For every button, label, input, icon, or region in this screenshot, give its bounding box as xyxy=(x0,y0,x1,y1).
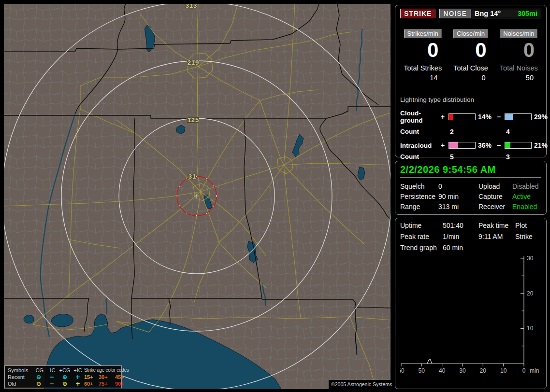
noises-per-min-value: 0 xyxy=(496,39,541,61)
strikes-per-min-chip: Strikes/min xyxy=(404,29,442,38)
persistence-label: Persistence xyxy=(400,193,438,200)
ic-positive-count: 5 xyxy=(449,153,476,161)
legend-header-neg-cg: -CG xyxy=(32,367,45,374)
range-ring-label: 219 xyxy=(188,59,200,66)
noises-column: Noises/min 0 Total Noises 50 xyxy=(496,29,541,82)
close-column: Close/min 0 Total Close 0 xyxy=(448,29,493,82)
squelch-label: Squelch xyxy=(400,182,438,190)
pos-ic-recent-icon: + xyxy=(72,374,84,380)
cloud-ground-label: Cloud-ground xyxy=(400,110,441,124)
noises-per-min-chip: Noises/min xyxy=(500,29,537,38)
x-tick-label: 30 xyxy=(459,367,466,374)
legend-header-symbols: Symbols xyxy=(8,367,32,374)
cloud-ground-row: Cloud-ground + 14% − 29% xyxy=(400,110,541,124)
total-close-label: Total Close xyxy=(448,64,493,72)
plus-sign: + xyxy=(441,113,449,121)
neg-cg-old-icon: ⊖ xyxy=(32,380,45,387)
ic-negative-count: 3 xyxy=(505,153,532,161)
upload-status: Disabled xyxy=(512,182,541,190)
lightning-map[interactable]: 313 219 125 31 Symbols -CG -IC +CG +IC S… xyxy=(4,4,391,389)
age-badge: 45+ xyxy=(115,374,130,380)
legend-header-pos-ic: +IC xyxy=(72,367,84,374)
distribution-title: Lightning type distribution xyxy=(400,96,541,105)
legend-header-row: Symbols -CG -IC +CG +IC Strike age color… xyxy=(8,367,121,374)
receiver-status: Enabled xyxy=(512,203,541,210)
legend-row-label: Old xyxy=(8,380,32,387)
ic-negative-pct: 21% xyxy=(532,141,550,149)
capture-status: Active xyxy=(512,193,541,200)
x-tick-label: 40 xyxy=(439,367,446,374)
close-per-min-value: 0 xyxy=(448,39,493,61)
age-badge: 15+ xyxy=(84,374,99,380)
minus-sign: − xyxy=(497,141,505,149)
range-ring-label: 125 xyxy=(188,116,200,124)
ic-negative-bar xyxy=(505,142,532,149)
strike-lamp-button[interactable]: STRIKE xyxy=(400,9,435,18)
cg-negative-bar xyxy=(505,113,532,120)
date-time-display: 2/2/2026 9:54:56 AM xyxy=(400,164,541,178)
pos-cg-old-icon: ⊕ xyxy=(58,380,72,387)
total-noises-label: Total Noises xyxy=(496,64,541,72)
map-canvas[interactable]: 313 219 125 31 xyxy=(4,4,391,389)
bearing-distance: 305mi xyxy=(518,10,537,17)
uptime-label: Uptime xyxy=(400,222,443,229)
status-panel: 2/2/2026 9:54:56 AM Squelch 0 Upload Dis… xyxy=(395,161,547,215)
trend-axes xyxy=(401,256,524,364)
x-tick-label: 10 xyxy=(500,367,507,374)
y-tick-label: 10 xyxy=(527,325,534,332)
noise-lamp-button[interactable]: NOISE xyxy=(439,9,471,18)
squelch-value: 0 xyxy=(438,182,478,190)
count-label: Count xyxy=(400,128,441,136)
pos-cg-recent-icon: ⊕ xyxy=(58,374,72,380)
ic-positive-bar xyxy=(449,142,476,149)
y-tick-label: 20 xyxy=(527,290,534,297)
y-tick-label: 30 xyxy=(527,255,534,262)
neg-ic-recent-icon: − xyxy=(45,374,58,380)
trend-graph: 60 50 40 30 20 10 0 min 10 20 30 xyxy=(400,252,541,382)
copyright-label: ©2005 Astrogenic Systems xyxy=(329,380,391,389)
strike-stats-panel: STRIKE NOISE Bng 14° 305mi Strikes/min 0… xyxy=(395,5,547,157)
neg-cg-recent-icon: ⊖ xyxy=(32,374,45,380)
range-label: Range xyxy=(400,203,438,210)
plot-mode-value: Strike xyxy=(515,233,541,240)
bearing-readout: Bng 14° 305mi xyxy=(471,9,541,18)
cg-negative-count: 4 xyxy=(505,128,532,136)
pos-ic-old-icon: + xyxy=(72,380,84,387)
cg-negative-pct: 29% xyxy=(532,113,550,121)
peak-time-value: 9:11 AM xyxy=(478,233,515,240)
peak-time-label: Peak time xyxy=(478,222,515,229)
x-tick-label: 60 xyxy=(400,367,405,374)
range-ring-label: 313 xyxy=(186,4,198,9)
cg-positive-pct: 14% xyxy=(476,113,497,121)
peak-rate-label: Peak rate xyxy=(400,233,443,240)
persistence-value: 90 min xyxy=(438,193,478,200)
cg-positive-bar xyxy=(449,113,476,120)
plus-sign: + xyxy=(441,141,449,149)
cg-positive-count: 2 xyxy=(449,128,476,136)
legend-header-age-codes: Strike age color codes xyxy=(84,367,130,374)
ic-positive-pct: 36% xyxy=(476,141,497,149)
neg-ic-old-icon: − xyxy=(45,380,58,387)
total-strikes-value: 14 xyxy=(400,74,445,82)
bearing-label: Bng 14° xyxy=(475,10,501,17)
trend-strike-trace xyxy=(427,359,432,364)
range-ring-label: 31 xyxy=(188,173,196,180)
peak-rate-value: 1/min xyxy=(443,233,478,240)
symbol-legend: Symbols -CG -IC +CG +IC Strike age color… xyxy=(4,365,122,388)
capture-label: Capture xyxy=(478,193,512,200)
minus-sign: − xyxy=(497,113,505,121)
total-noises-value: 50 xyxy=(496,74,541,82)
legend-row-label: Recent xyxy=(8,374,32,380)
plot-label: Plot xyxy=(515,222,541,229)
total-strikes-label: Total Strikes xyxy=(400,64,445,72)
age-badge: 30+ xyxy=(99,374,115,380)
x-tick-label: 0 xyxy=(522,367,526,374)
range-value: 313 mi xyxy=(438,203,478,210)
upload-label: Upload xyxy=(478,182,512,190)
trend-panel: Uptime 501:40 Peak time Plot Peak rate 1… xyxy=(395,218,547,389)
strikes-column: Strikes/min 0 Total Strikes 14 xyxy=(400,29,445,82)
trend-graph-window: 60 min xyxy=(443,244,478,252)
age-badge: 60+ xyxy=(84,380,99,387)
x-tick-label: 50 xyxy=(419,367,425,374)
legend-row-recent: Recent ⊖ − ⊕ + 15+ 30+ 45+ xyxy=(8,374,121,380)
